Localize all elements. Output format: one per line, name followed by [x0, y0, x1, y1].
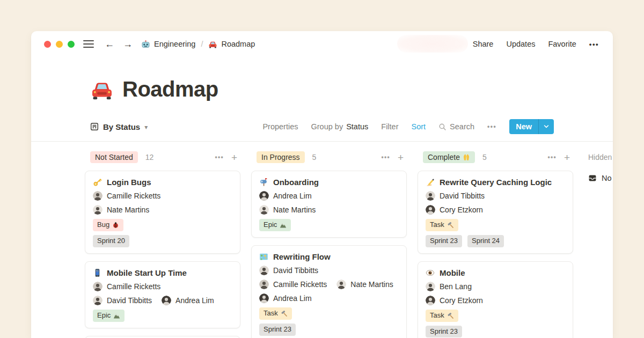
column-header: Not Started12•••+	[85, 150, 240, 164]
new-button-chevron-icon[interactable]	[538, 119, 554, 134]
avatar	[259, 191, 269, 201]
page-title[interactable]: Roadmap	[122, 77, 218, 101]
top-bar: ← → Engineering/Roadmap ShareUpdatesFavo…	[31, 31, 613, 57]
status-pill[interactable]: Not Started	[90, 151, 138, 164]
assignee-row: Cory Etzkorn	[426, 205, 565, 215]
forward-arrow-icon[interactable]: →	[123, 39, 133, 49]
assignee-row: David TibbittsAndrea Lim	[93, 296, 232, 305]
sort-label: Sort	[412, 122, 426, 131]
card-rewriting-flow[interactable]: Rewriting FlowDavid TibbittsCamille Rick…	[251, 245, 407, 338]
assignee-row: David Tibbitts	[426, 191, 565, 201]
new-button[interactable]: New	[509, 119, 554, 134]
board-view-icon	[90, 122, 99, 131]
column-more-icon[interactable]: •••	[215, 153, 224, 161]
assignee-name: Andrea Lim	[273, 192, 312, 200]
column-add-icon[interactable]: +	[398, 152, 404, 163]
group-by-prefix: Group by	[311, 122, 343, 131]
tag-row: Bug	[93, 219, 232, 231]
avatar	[259, 293, 269, 303]
toolbar-properties[interactable]: Properties	[262, 122, 298, 131]
group-by-value: Status	[346, 122, 368, 131]
assignee-name: Camille Ricketts	[273, 280, 327, 289]
topbar-actions: ShareUpdatesFavorite•••	[473, 40, 599, 48]
toolbar-group-by[interactable]: Group by Status	[311, 122, 369, 131]
assignee-row: Camille Ricketts	[93, 191, 232, 201]
minimize-window-button[interactable]	[56, 41, 63, 48]
tag-row: Sprint 23Sprint 24	[426, 235, 565, 247]
toolbar-filter[interactable]: Filter	[381, 122, 398, 131]
hammer-icon	[447, 222, 454, 229]
tag-label: Sprint 24	[472, 236, 500, 246]
phone-icon	[93, 268, 102, 277]
page-icon-car[interactable]	[90, 78, 114, 101]
robot-icon	[141, 40, 150, 49]
toolbar-sort[interactable]: Sort	[412, 122, 426, 131]
breadcrumb-label: Engineering	[154, 40, 195, 48]
assignee-name: Camille Ricketts	[107, 192, 160, 200]
sidebar-menu-icon[interactable]	[83, 40, 94, 48]
avatar	[93, 282, 103, 291]
kanban-board: Not Started12•••+Login BugsCamille Ricke…	[31, 142, 613, 338]
column-more-icon[interactable]: •••	[381, 153, 390, 161]
tag-pill: Sprint 23	[426, 326, 462, 338]
assignee: David Tibbitts	[426, 191, 485, 201]
column-add-icon[interactable]: +	[564, 152, 570, 163]
assignee-row: David Tibbitts	[259, 266, 399, 275]
assignee: Cory Etzkorn	[426, 205, 483, 215]
view-switcher[interactable]: By Status ▾	[90, 122, 148, 131]
card-error-codes[interactable]: Error Codes	[85, 336, 240, 338]
window-controls	[44, 41, 75, 48]
column-header: In Progress5•••+	[251, 150, 407, 164]
back-arrow-icon[interactable]: ←	[105, 39, 114, 49]
tag-label: Bug	[97, 220, 109, 230]
assignee: Camille Ricketts	[259, 280, 327, 289]
tag-label: Sprint 23	[430, 236, 458, 246]
tag-label: Sprint 23	[264, 325, 291, 335]
card-login-bugs[interactable]: Login BugsCamille RickettsNate MartinsBu…	[85, 171, 240, 254]
tag-row: Epic	[93, 310, 232, 322]
toolbar-search[interactable]: Search	[438, 122, 474, 131]
tag-pill: Sprint 24	[467, 235, 504, 247]
favorite-button[interactable]: Favorite	[548, 40, 576, 48]
share-button[interactable]: Share	[473, 40, 494, 48]
column-header: Hidden	[584, 150, 613, 164]
status-pill[interactable]: In Progress	[257, 151, 305, 164]
avatar	[93, 296, 103, 305]
breadcrumb-item[interactable]: Roadmap	[208, 40, 255, 49]
card-rewrite-query-caching-logic[interactable]: Rewrite Query Caching LogicDavid Tibbitt…	[418, 171, 573, 254]
car-icon	[208, 40, 217, 49]
writing-icon	[426, 178, 435, 187]
assignee-name: David Tibbitts	[273, 266, 318, 275]
tag-label: Task	[264, 308, 278, 319]
column-count: 5	[312, 153, 317, 161]
inbox-icon	[588, 174, 597, 182]
card-mobile[interactable]: MobileBen LangCory EtzkornTaskSprint 23	[418, 261, 573, 338]
avatar	[336, 280, 346, 289]
more-options-icon[interactable]: •••	[589, 40, 599, 48]
board-column-not-started: Not Started12•••+Login BugsCamille Ricke…	[85, 150, 240, 338]
breadcrumb-item[interactable]: Engineering	[141, 40, 195, 49]
updates-button[interactable]: Updates	[506, 40, 535, 48]
card-mobile-start-up-time[interactable]: Mobile Start Up TimeCamille RickettsDavi…	[85, 261, 240, 328]
tag-label: Sprint 23	[430, 327, 458, 337]
zoom-window-button[interactable]	[68, 41, 75, 48]
column-more-icon[interactable]: •••	[547, 153, 557, 161]
tag-row: Sprint 23	[426, 326, 565, 338]
status-pill[interactable]: Complete	[423, 151, 475, 164]
hidden-group-row[interactable]: No	[584, 174, 613, 182]
hidden-group-label: No	[602, 174, 612, 182]
tag-row: Sprint 20	[93, 235, 232, 247]
hidden-columns-label[interactable]: Hidden	[588, 153, 612, 161]
hammer-icon	[447, 312, 454, 319]
card-title: Mobile	[440, 268, 465, 277]
assignee: Andrea Lim	[259, 191, 312, 201]
close-window-button[interactable]	[44, 41, 51, 48]
assignee: Andrea Lim	[259, 293, 312, 303]
assignee: Camille Ricketts	[93, 282, 160, 291]
assignee-name: Nate Martins	[350, 280, 393, 289]
assignee: David Tibbitts	[93, 296, 152, 305]
column-add-icon[interactable]: +	[231, 152, 237, 163]
assignee: Cory Etzkorn	[426, 296, 483, 305]
card-onboarding[interactable]: OnboardingAndrea LimNate MartinsEpic	[251, 171, 407, 238]
toolbar-more-icon[interactable]: •••	[487, 123, 496, 130]
